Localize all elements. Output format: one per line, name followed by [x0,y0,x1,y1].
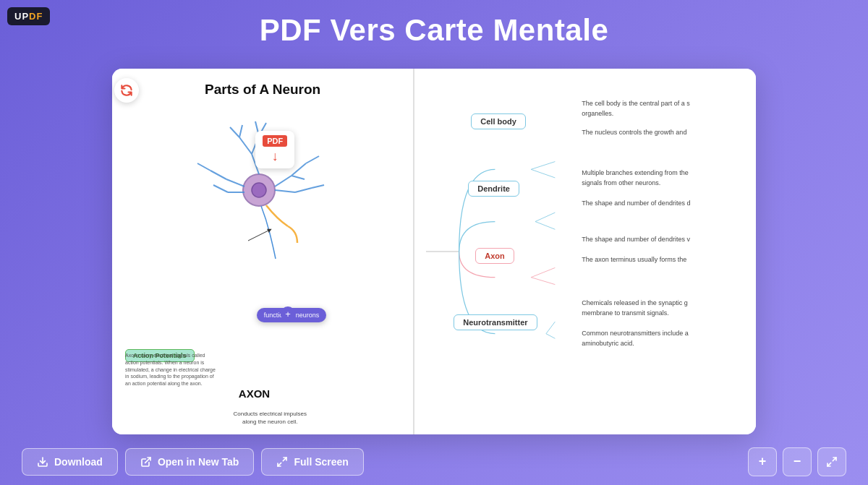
toolbar-left-buttons: Download Open in New Tab Full Screen [22,448,364,476]
node-neurotransmitter: Neurotransmitter [454,314,537,330]
node-axon: Axon [475,248,514,264]
dendrite-text-1: Multiple branches extending from thesign… [582,168,689,188]
svg-line-11 [292,176,305,179]
svg-line-26 [535,222,555,230]
mindmap-container: Cell body Dendrite Axon Neurotransmitter… [426,76,744,427]
bottom-toolbar: Download Open in New Tab Full Screen + [0,438,868,485]
right-panel: Cell body Dendrite Axon Neurotransmitter… [414,69,756,434]
dendrite-text-2: The shape and number of dendrites d [582,199,690,209]
zoom-in-label: + [759,454,767,469]
svg-line-14 [295,188,312,192]
page-title: PDF Vers Carte Mentale [0,0,868,48]
reload-icon[interactable] [114,78,139,103]
updf-logo[interactable]: UPDF [7,7,50,25]
axon-text-1: The shape and number of dendrites v [582,235,690,245]
svg-line-25 [535,213,555,221]
full-screen-label: Full Screen [294,456,348,468]
svg-line-17 [210,171,226,179]
svg-line-18 [197,163,210,171]
svg-line-13 [275,190,295,192]
open-icon [140,456,152,468]
svg-line-21 [248,230,270,241]
svg-line-9 [275,176,292,186]
zoom-out-button[interactable]: − [783,447,812,476]
svg-line-30 [546,334,555,339]
svg-line-32 [145,458,150,463]
svg-line-3 [239,137,252,154]
svg-line-12 [306,156,319,163]
node-dendrite: Dendrite [468,181,519,197]
fullscreen-icon [276,456,288,468]
open-new-tab-button[interactable]: Open in New Tab [125,448,255,476]
left-panel: Parts of A Neuron [112,69,414,434]
svg-line-20 [213,185,228,192]
neuro-text-2: Common neurotransmitters include aaminob… [582,329,689,348]
axon-heading: AXON [239,387,270,400]
neuro-text-1: Chemicals released in the synaptic gmemb… [582,299,688,318]
action-potential-desc: Axons carry electrical signals called ac… [125,352,219,387]
cell-body-text-2: The nucleus controls the growth and [582,128,686,138]
svg-line-28 [531,278,555,285]
node-cell-body: Cell body [471,113,526,129]
svg-line-27 [531,267,555,277]
neuron-image-area: PDF ↓ [127,103,399,270]
plus-node: + [281,306,295,321]
zoom-in-button[interactable]: + [748,447,777,476]
download-label: Download [54,456,103,468]
svg-line-15 [312,185,324,188]
fit-icon [826,456,838,468]
svg-line-29 [546,322,555,334]
pdf-label: PDF [263,135,287,147]
cell-body-text-1: The cell body is the central part of a s… [582,99,690,119]
zoom-out-label: − [793,454,801,469]
svg-line-5 [230,127,239,137]
svg-line-16 [226,179,244,186]
svg-line-23 [531,162,555,170]
download-button[interactable]: Download [22,448,118,476]
toolbar-right-buttons: + − [748,447,846,476]
axon-description: Conducts electrical impulses along the n… [226,410,313,426]
content-area: Parts of A Neuron [112,69,756,434]
open-new-tab-label: Open in New Tab [158,456,239,468]
svg-point-1 [252,183,266,197]
svg-line-24 [531,169,555,178]
fit-button[interactable] [817,447,846,476]
neuron-title: Parts of A Neuron [127,82,399,98]
pdf-download-arrow: ↓ [272,149,278,164]
axon-text-2: The axon terminus usually forms the [582,255,686,265]
full-screen-button[interactable]: Full Screen [261,448,363,476]
svg-line-6 [239,125,242,137]
pdf-icon-overlay: PDF ↓ [255,131,294,168]
download-icon [37,456,48,468]
